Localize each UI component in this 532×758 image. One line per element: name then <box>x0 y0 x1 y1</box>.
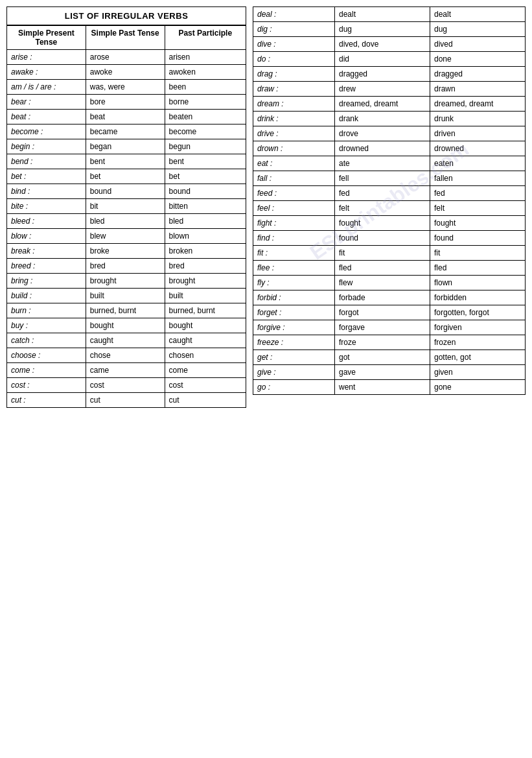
cell-participle: come <box>165 363 246 378</box>
table-row: arise :arosearisen <box>7 50 246 65</box>
cell-present: fly : <box>253 276 335 290</box>
cell-past: drove <box>335 126 430 141</box>
cell-present: break : <box>7 244 86 259</box>
table-row: fall :fellfallen <box>253 171 526 186</box>
table-row: bring :broughtbrought <box>7 274 246 289</box>
cell-participle: cut <box>165 393 246 408</box>
cell-participle: beaten <box>165 110 246 124</box>
cell-participle: frozen <box>430 335 526 350</box>
table-row: fight :foughtfought <box>253 216 526 231</box>
cell-present: flee : <box>253 261 335 276</box>
cell-participle: chosen <box>165 348 246 363</box>
cell-present: drag : <box>253 67 335 82</box>
cell-present: burn : <box>7 303 86 318</box>
cell-participle: dreamed, dreamt <box>430 97 526 112</box>
left-irregular-verbs-table: LIST OF IRREGULAR VERBS Simple Present T… <box>6 6 246 408</box>
cell-past: bled <box>86 214 165 229</box>
header-past: Simple Past Tense <box>86 26 165 50</box>
table-row: eat :ateeaten <box>253 156 526 171</box>
table-row: choose :chosechosen <box>7 348 246 363</box>
cell-present: feel : <box>253 201 335 216</box>
table-row: come :camecome <box>7 363 246 378</box>
cell-present: begin : <box>7 139 86 154</box>
cell-past: was, were <box>86 80 165 95</box>
cell-past: burned, burnt <box>86 303 165 318</box>
cell-present: build : <box>7 289 86 303</box>
cell-present: choose : <box>7 348 86 363</box>
table-row: fly :flewflown <box>253 276 526 290</box>
cell-participle: eaten <box>430 156 526 171</box>
cell-present: get : <box>253 350 335 365</box>
cell-participle: caught <box>165 333 246 348</box>
cell-past: fed <box>335 186 430 201</box>
cell-present: dig : <box>253 22 335 37</box>
cell-past: went <box>335 380 430 395</box>
table-row: give :gavegiven <box>253 365 526 380</box>
table-row: deal :dealtdealt <box>253 7 526 22</box>
cell-participle: blown <box>165 229 246 244</box>
cell-past: built <box>86 289 165 303</box>
table-row: break :brokebroken <box>7 244 246 259</box>
cell-participle: burned, burnt <box>165 303 246 318</box>
cell-past: forgave <box>335 320 430 335</box>
cell-present: bear : <box>7 95 86 110</box>
cell-present: draw : <box>253 82 335 97</box>
table-row: bear :boreborne <box>7 95 246 110</box>
cell-present: bring : <box>7 274 86 289</box>
cell-present: drown : <box>253 141 335 156</box>
cell-past: got <box>335 350 430 365</box>
cell-participle: borne <box>165 95 246 110</box>
table-row: forgive :forgaveforgiven <box>253 320 526 335</box>
cell-present: bet : <box>7 169 86 184</box>
right-irregular-verbs-table: deal :dealtdealtdig :dugdugdive :dived, … <box>253 6 526 395</box>
cell-past: gave <box>335 365 430 380</box>
cell-participle: fed <box>430 186 526 201</box>
cell-participle: arisen <box>165 50 246 65</box>
table-row: flee :fledfled <box>253 261 526 276</box>
cell-past: bought <box>86 318 165 333</box>
cell-past: arose <box>86 50 165 65</box>
cell-participle: dealt <box>430 7 526 22</box>
header-present: Simple Present Tense <box>7 26 86 50</box>
cell-participle: broken <box>165 244 246 259</box>
cell-present: forget : <box>253 305 335 320</box>
cell-participle: felt <box>430 201 526 216</box>
table-row: fit :fitfit <box>253 246 526 261</box>
cell-participle: begun <box>165 139 246 154</box>
cell-past: drew <box>335 82 430 97</box>
table-row: build :builtbuilt <box>7 289 246 303</box>
cell-past: chose <box>86 348 165 363</box>
cell-past: dived, dove <box>335 37 430 52</box>
cell-participle: bound <box>165 184 246 199</box>
cell-present: freeze : <box>253 335 335 350</box>
cell-past: ate <box>335 156 430 171</box>
cell-past: beat <box>86 110 165 124</box>
cell-past: broke <box>86 244 165 259</box>
cell-participle: cost <box>165 378 246 393</box>
cell-present: go : <box>253 380 335 395</box>
table-row: forbid :forbadeforbidden <box>253 290 526 305</box>
cell-past: cut <box>86 393 165 408</box>
cell-past: blew <box>86 229 165 244</box>
cell-present: deal : <box>253 7 335 22</box>
cell-participle: forbidden <box>430 290 526 305</box>
table-row: dig :dugdug <box>253 22 526 37</box>
cell-participle: dived <box>430 37 526 52</box>
cell-participle: drunk <box>430 112 526 126</box>
table-row: catch :caughtcaught <box>7 333 246 348</box>
table-row: beat :beatbeaten <box>7 110 246 124</box>
cell-present: fight : <box>253 216 335 231</box>
cell-participle: dragged <box>430 67 526 82</box>
cell-present: catch : <box>7 333 86 348</box>
cell-past: bred <box>86 259 165 274</box>
table-row: am / is / are :was, werebeen <box>7 80 246 95</box>
cell-present: forbid : <box>253 290 335 305</box>
cell-participle: fit <box>430 246 526 261</box>
table-row: find :foundfound <box>253 231 526 246</box>
cell-participle: fled <box>430 261 526 276</box>
cell-present: buy : <box>7 318 86 333</box>
cell-present: drive : <box>253 126 335 141</box>
cell-participle: bred <box>165 259 246 274</box>
cell-present: breed : <box>7 259 86 274</box>
cell-present: forgive : <box>253 320 335 335</box>
